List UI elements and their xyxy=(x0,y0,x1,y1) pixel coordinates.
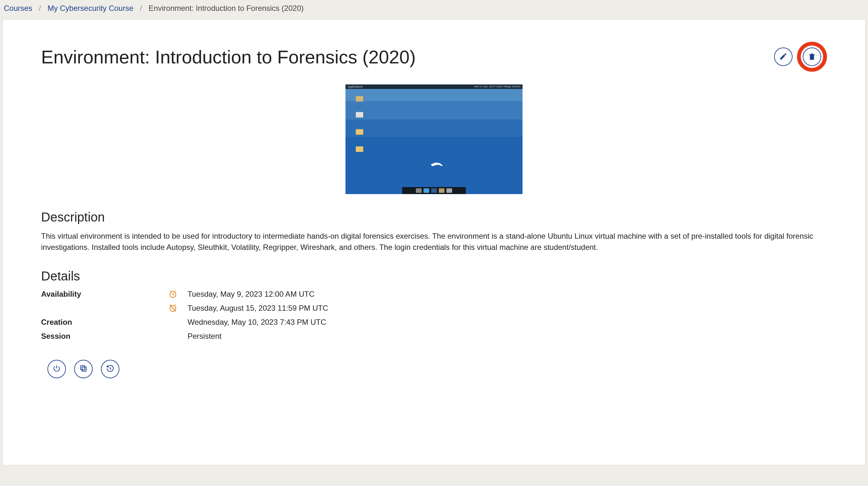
copy-icon xyxy=(79,364,88,373)
availability-label: Availability xyxy=(41,290,168,298)
trash-icon xyxy=(808,52,816,61)
page-title: Environment: Introduction to Forensics (… xyxy=(41,46,416,67)
pencil-icon xyxy=(779,52,787,61)
session-label: Session xyxy=(41,332,168,341)
title-row: Environment: Introduction to Forensics (… xyxy=(41,42,827,72)
bottom-actions xyxy=(41,360,827,378)
svg-rect-4 xyxy=(81,366,85,370)
power-button[interactable] xyxy=(48,360,66,378)
details-heading: Details xyxy=(41,269,827,283)
description-body: This virtual environment is intended to … xyxy=(41,231,827,253)
availability-end-value: Tuesday, August 15, 2023 11:59 PM UTC xyxy=(188,304,827,313)
breadcrumb-link-course[interactable]: My Cybersecurity Course xyxy=(48,4,133,12)
clock-icon xyxy=(168,290,188,298)
breadcrumb-link-courses[interactable]: Courses xyxy=(4,4,32,12)
clock-off-icon xyxy=(168,304,188,313)
highlight-ring xyxy=(797,42,827,72)
thumbnail-wrap: Applications Wed 11 Jan, 18:47 Cyber Ran… xyxy=(41,84,827,194)
creation-label: Creation xyxy=(41,318,168,327)
svg-rect-3 xyxy=(82,367,86,371)
thumbnail-desktop-icon xyxy=(356,146,363,152)
thumbnail-desktop-icon xyxy=(356,112,363,118)
details-grid: Availability Tuesday, May 9, 2023 12:00 … xyxy=(41,290,827,341)
copy-button[interactable] xyxy=(74,360,93,378)
session-value: Persistent xyxy=(188,332,827,341)
availability-start-value: Tuesday, May 9, 2023 12:00 AM UTC xyxy=(188,290,827,298)
thumbnail-menubar-right: Wed 11 Jan, 18:47 Cyber Range Student xyxy=(474,85,521,88)
edit-button[interactable] xyxy=(774,48,793,66)
thumbnail-desktop-icon xyxy=(356,96,363,102)
content-card: Environment: Introduction to Forensics (… xyxy=(3,19,865,465)
restore-button[interactable] xyxy=(101,360,119,378)
breadcrumb-separator: / xyxy=(39,4,41,12)
thumbnail-desktop-icon xyxy=(356,129,363,135)
power-icon xyxy=(53,364,61,373)
creation-value: Wednesday, May 10, 2023 7:43 PM UTC xyxy=(188,318,827,327)
delete-button[interactable] xyxy=(803,48,821,66)
title-actions xyxy=(774,42,827,72)
thumbnail-taskbar xyxy=(402,187,466,194)
breadcrumb: Courses / My Cybersecurity Course / Envi… xyxy=(0,0,868,19)
history-icon xyxy=(106,364,114,373)
description-heading: Description xyxy=(41,210,827,224)
thumbnail-mouse-icon xyxy=(430,161,444,168)
thumbnail-menubar-left: Applications xyxy=(347,85,363,88)
breadcrumb-separator: / xyxy=(140,4,142,12)
environment-thumbnail: Applications Wed 11 Jan, 18:47 Cyber Ran… xyxy=(345,84,523,194)
breadcrumb-current: Environment: Introduction to Forensics (… xyxy=(149,4,304,12)
